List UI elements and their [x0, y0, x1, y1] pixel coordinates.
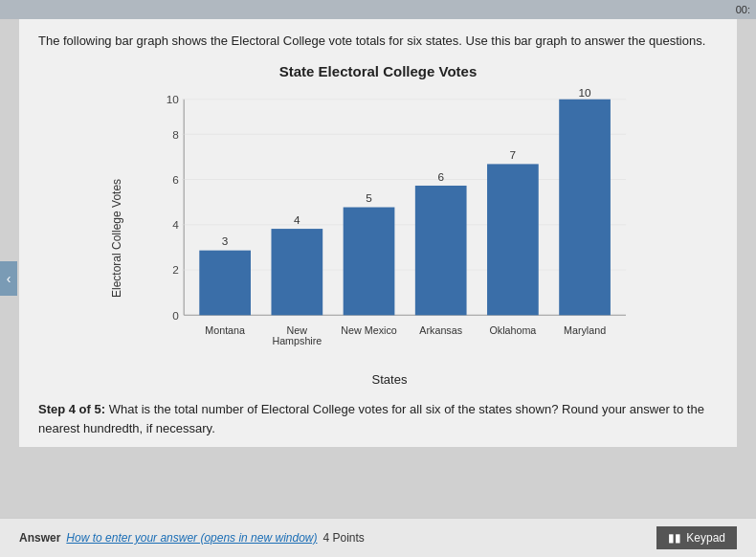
- svg-text:Oklahoma: Oklahoma: [489, 324, 536, 336]
- svg-text:3: 3: [222, 234, 229, 248]
- svg-text:4: 4: [172, 218, 179, 232]
- bar-new-hampshire: [271, 229, 322, 315]
- step-question: Step 4 of 5: What is the total number of…: [38, 400, 718, 437]
- keypad-icon: ▮▮: [668, 531, 681, 545]
- answer-label: Answer: [19, 531, 60, 545]
- svg-text:New Mexico: New Mexico: [341, 324, 396, 336]
- points-text: 4 Points: [322, 531, 364, 545]
- chart-container: Electoral College Votes 0 2 4 6: [110, 89, 646, 387]
- svg-text:4: 4: [294, 213, 300, 227]
- bar-arkansas: [415, 186, 467, 315]
- svg-text:Hampshire: Hampshire: [272, 336, 322, 347]
- svg-text:Arkansas: Arkansas: [419, 324, 462, 336]
- svg-text:7: 7: [510, 148, 517, 162]
- svg-text:New: New: [287, 324, 308, 336]
- bar-chart-svg: 0 2 4 6 8 10 3 Montana: [133, 89, 646, 367]
- answer-bar: Answer How to enter your answer (opens i…: [0, 518, 756, 557]
- svg-text:0: 0: [172, 309, 179, 323]
- instructions-text: The following bar graph shows the Electo…: [38, 33, 718, 50]
- answer-left: Answer How to enter your answer (opens i…: [19, 531, 365, 545]
- main-panel: The following bar graph shows the Electo…: [19, 19, 737, 447]
- left-nav-arrow[interactable]: ‹: [0, 261, 17, 296]
- y-axis-label: Electoral College Votes: [110, 89, 129, 387]
- answer-link[interactable]: How to enter your answer (opens in new w…: [66, 531, 317, 545]
- bar-oklahoma: [487, 165, 539, 316]
- bar-montana: [199, 251, 251, 316]
- svg-text:6: 6: [172, 173, 179, 187]
- svg-text:5: 5: [366, 191, 372, 205]
- keypad-label: Keypad: [686, 531, 725, 545]
- svg-text:Montana: Montana: [205, 324, 245, 336]
- svg-text:6: 6: [437, 170, 444, 184]
- x-axis-label: States: [133, 372, 646, 387]
- svg-text:10: 10: [167, 93, 180, 106]
- step-question-text: What is the total number of Electoral Co…: [38, 402, 704, 435]
- svg-text:Maryland: Maryland: [564, 324, 606, 336]
- step-label: Step 4 of 5:: [38, 402, 105, 416]
- svg-text:2: 2: [172, 264, 179, 278]
- chart-title: State Electoral College Votes: [38, 63, 718, 79]
- bar-new-mexico: [344, 208, 395, 316]
- svg-text:10: 10: [579, 89, 592, 100]
- svg-text:8: 8: [172, 128, 179, 142]
- bar-maryland: [559, 100, 611, 316]
- chart-area: 0 2 4 6 8 10 3 Montana: [133, 89, 646, 387]
- timer: 00:: [736, 4, 750, 15]
- keypad-button[interactable]: ▮▮ Keypad: [656, 526, 737, 549]
